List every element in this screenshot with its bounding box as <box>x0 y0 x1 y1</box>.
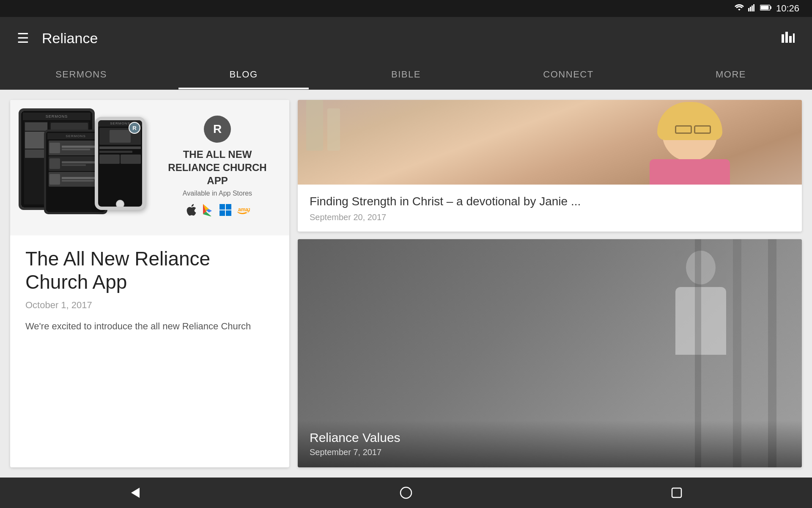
card-title: The All New Reliance Church App <box>25 247 274 294</box>
svg-rect-7 <box>782 34 784 43</box>
svg-rect-9 <box>789 36 792 43</box>
right-card-values-text: Reliance Values September 7, 2017 <box>298 420 802 467</box>
phone-device: SERMONS <box>95 117 145 210</box>
svg-marker-16 <box>131 488 140 498</box>
app-title: Reliance <box>42 30 98 47</box>
bottom-nav <box>0 478 812 508</box>
status-time: 10:26 <box>776 3 799 14</box>
svg-rect-13 <box>219 210 225 216</box>
right-card-photo-img <box>298 100 802 185</box>
bar-chart-icon[interactable] <box>781 30 795 46</box>
svg-point-17 <box>401 487 411 498</box>
tab-more[interactable]: MORE <box>650 59 812 89</box>
store-icons: amazon <box>185 203 250 220</box>
phone-badge: R <box>129 122 140 134</box>
right-card-devotional-title: Finding Strength in Christ – a devotiona… <box>310 194 790 209</box>
tab-connect[interactable]: CONNECT <box>487 59 650 89</box>
app-info-area: R THE ALL NEW RELIANCE CHURCH APP Availa… <box>154 111 281 224</box>
left-card-image: SERMONS <box>10 100 289 235</box>
tab-sermons[interactable]: SERMONS <box>0 59 162 89</box>
left-card-body: The All New Reliance Church App October … <box>10 235 289 345</box>
home-button[interactable] <box>389 482 423 503</box>
svg-rect-10 <box>793 33 795 43</box>
app-bar: ☰ Reliance <box>0 17 812 59</box>
main-content: SERMONS <box>0 90 812 478</box>
app-badge-large: R <box>204 116 231 143</box>
svg-rect-2 <box>752 6 753 11</box>
windows-store-icon <box>219 204 231 219</box>
tab-blog[interactable]: BLOG <box>162 59 325 89</box>
status-bar: 10:26 <box>0 0 812 17</box>
signal-icon <box>748 4 756 14</box>
right-card-info: Finding Strength in Christ – a devotiona… <box>298 185 802 232</box>
right-card-values-title: Reliance Values <box>310 431 790 445</box>
wifi-icon <box>735 4 744 14</box>
phone-home-btn <box>116 200 124 208</box>
svg-rect-18 <box>672 488 681 497</box>
app-bar-left: ☰ Reliance <box>17 30 98 47</box>
apple-store-icon <box>185 203 197 220</box>
svg-text:amazon: amazon <box>238 207 250 213</box>
right-card-devotional-date: September 20, 2017 <box>310 213 790 222</box>
right-card-devotional[interactable]: Finding Strength in Christ – a devotiona… <box>298 100 802 232</box>
svg-rect-1 <box>750 7 751 11</box>
svg-rect-6 <box>770 6 771 9</box>
svg-rect-5 <box>760 6 768 9</box>
hamburger-icon[interactable]: ☰ <box>17 30 29 46</box>
app-promo-title: THE ALL NEW RELIANCE CHURCH APP <box>158 148 277 188</box>
tab-bible[interactable]: BIBLE <box>325 59 487 89</box>
recents-button[interactable] <box>660 482 694 503</box>
svg-rect-12 <box>226 204 231 210</box>
right-column: Finding Strength in Christ – a devotiona… <box>298 100 802 467</box>
tablet-screen-header: SERMONS <box>23 113 91 120</box>
devices-group: SERMONS <box>19 104 154 231</box>
amazon-store-icon: amazon <box>237 204 250 219</box>
svg-rect-14 <box>226 210 231 216</box>
status-icons: 10:26 <box>735 3 799 14</box>
svg-rect-3 <box>753 4 754 11</box>
card-text: We're excited to introduce the all new R… <box>25 319 274 333</box>
svg-rect-11 <box>219 204 225 210</box>
phone-mockup-area: SERMONS <box>10 100 289 235</box>
play-store-icon <box>203 204 214 219</box>
battery-icon <box>760 4 772 13</box>
app-available: Available in App Stores <box>183 190 252 197</box>
svg-rect-0 <box>748 8 749 11</box>
card-date: October 1, 2017 <box>25 300 274 311</box>
right-card-values[interactable]: Reliance Values September 7, 2017 <box>298 239 802 467</box>
left-card[interactable]: SERMONS <box>10 100 289 467</box>
right-card-values-date: September 7, 2017 <box>310 447 790 457</box>
nav-tabs: SERMONS BLOG BIBLE CONNECT MORE <box>0 59 812 90</box>
back-button[interactable] <box>118 482 152 503</box>
svg-rect-8 <box>785 32 788 43</box>
